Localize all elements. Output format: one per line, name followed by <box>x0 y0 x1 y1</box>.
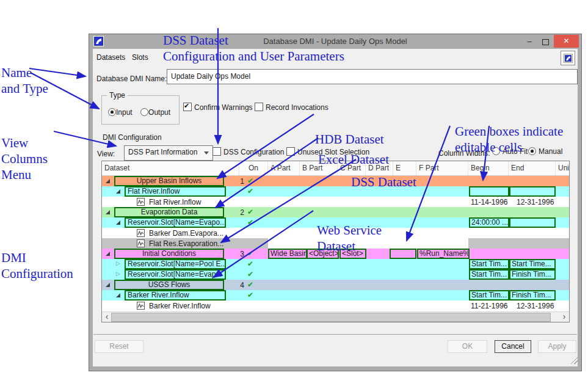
editable-begin-cell[interactable]: Start Tim... <box>469 259 509 269</box>
radio-input-circle[interactable] <box>108 108 116 116</box>
editable-part-cell[interactable]: Wide Basin <box>268 249 307 259</box>
expanded-toggle-icon[interactable] <box>106 283 110 287</box>
apply-button[interactable]: Apply <box>538 340 576 353</box>
editable-end-cell[interactable] <box>509 186 556 197</box>
view-select[interactable]: DSS Part Information <box>124 145 213 161</box>
type-legend: Type <box>107 91 128 100</box>
dataset-label[interactable]: Flat River.Inflow <box>149 198 201 206</box>
dataset-label[interactable]: Flat Res.Evaporation... <box>149 239 223 248</box>
begin-date-text: 11-14-1996 <box>471 198 508 206</box>
editable-begin-cell[interactable] <box>469 186 509 197</box>
cancel-button[interactable]: Cancel <box>495 340 531 353</box>
annotation-dmi-configuration: DMIConfiguration <box>1 218 73 313</box>
expanded-toggle-icon[interactable] <box>116 293 120 297</box>
radio-output[interactable]: Output <box>140 108 170 117</box>
dmi-configuration-section-label: DMI Configuration <box>103 133 162 142</box>
dataset-label-box[interactable]: Upper Basin Inflows <box>114 176 224 186</box>
dataset-number: 1 <box>237 177 244 186</box>
column-header-on[interactable]: On <box>239 161 268 175</box>
expanded-toggle-icon[interactable] <box>106 210 110 214</box>
editable-end-cell[interactable]: Finish Tim... <box>509 269 556 280</box>
begin-date-text: 11-21-1996 <box>471 302 508 310</box>
editable-begin-cell[interactable]: 24:00:00 ... <box>469 217 509 228</box>
riverware-small-icon <box>564 54 573 63</box>
expanded-toggle-icon[interactable] <box>106 252 110 256</box>
dataset-label-box[interactable]: USGS Flows <box>114 280 224 290</box>
series-slot-icon <box>137 229 145 237</box>
on-checkmark-icon[interactable]: ✔ <box>247 260 253 268</box>
editable-end-cell[interactable] <box>509 217 556 228</box>
annotation-dss-dataset-configuration: DSS DatasetConfiguration and User Parame… <box>163 1 344 96</box>
series-slot-icon <box>137 198 145 206</box>
column-header-a-part[interactable]: A Part <box>268 161 300 175</box>
end-date-text: 12-31-1996 <box>517 302 554 310</box>
on-checkmark-icon[interactable]: ✔ <box>247 218 253 227</box>
screenshot-canvas: DSS DatasetConfiguration and User Parame… <box>0 0 588 375</box>
maximize-button[interactable] <box>539 36 552 47</box>
expanded-toggle-icon[interactable] <box>116 220 120 225</box>
dataset-label[interactable]: Barker Dam.Evapora... <box>149 229 223 238</box>
dmi-name-label: Database DMI Name: <box>96 75 167 83</box>
on-checkmark-icon[interactable]: ✔ <box>247 208 253 216</box>
editable-begin-cell[interactable]: Start Tim... <box>469 290 509 300</box>
annotation-view-columns-menu: ViewColumnsMenu <box>1 103 48 214</box>
dataset-number: 4 <box>237 281 244 289</box>
dataset-number: 3 <box>237 250 244 258</box>
table-row[interactable]: Barker River.Inflow11-21-199612-31-1996 <box>102 300 569 311</box>
scroll-right-arrow[interactable]: › <box>560 312 568 322</box>
dataset-number: 2 <box>237 208 244 217</box>
collapsed-toggle-icon[interactable]: ▷ <box>116 271 120 277</box>
expanded-toggle-icon[interactable] <box>106 179 110 183</box>
close-button[interactable]: ✕ <box>554 35 579 48</box>
record-invocations-box[interactable] <box>255 103 263 111</box>
resize-grip[interactable] <box>570 357 578 364</box>
collapsed-toggle-icon[interactable]: ▷ <box>116 260 120 266</box>
on-checkmark-icon[interactable]: ✔ <box>247 280 253 289</box>
selection-highlight <box>468 238 569 249</box>
dataset-label-box[interactable]: Initial Conditions <box>114 249 224 259</box>
unused-slot-selection-box[interactable] <box>286 147 295 156</box>
editable-part-cell[interactable]: %Run_Name% <box>417 249 470 259</box>
confirm-warnings-box[interactable] <box>183 103 192 111</box>
on-checkmark-icon[interactable]: ✔ <box>247 270 253 279</box>
column-header-dataset[interactable]: Dataset <box>102 161 239 175</box>
on-checkmark-icon[interactable]: ✔ <box>247 291 253 299</box>
radio-input[interactable]: Input <box>108 108 132 117</box>
editable-end-cell[interactable]: Finish Tim... <box>509 290 556 300</box>
on-checkmark-icon[interactable]: ✔ <box>247 177 253 185</box>
dataset-label[interactable]: Barker River.Inflow <box>149 302 211 310</box>
view-select-value: DSS Part Information <box>128 148 197 156</box>
dataset-label-box[interactable]: Flat River.Inflow <box>125 186 226 197</box>
dmi-toolbar-button[interactable] <box>561 51 575 65</box>
dss-configuration-box[interactable] <box>212 147 221 156</box>
scrollbar-thumb[interactable] <box>111 313 551 322</box>
dss-configuration-checkbox[interactable]: DSS Configuration <box>212 147 284 156</box>
button-separator <box>93 334 577 335</box>
radio-output-circle[interactable] <box>140 108 148 116</box>
horizontal-scrollbar[interactable]: ‹ › <box>102 311 569 322</box>
editable-end-cell[interactable]: Start Time... <box>509 259 556 269</box>
reset-button[interactable]: Reset <box>95 340 143 353</box>
dataset-label-box[interactable]: Evaporation Data <box>114 207 224 217</box>
chevron-down-icon <box>204 151 209 155</box>
expanded-toggle-icon[interactable] <box>116 189 120 194</box>
scroll-left-arrow[interactable]: ‹ <box>103 312 111 322</box>
menu-item-slots[interactable]: Slots <box>132 53 148 62</box>
confirm-warnings-checkbox[interactable]: Confirm Warnings <box>183 103 253 112</box>
on-checkmark-icon[interactable]: ✔ <box>247 249 253 258</box>
menu-item-datasets[interactable]: Datasets <box>96 53 125 62</box>
editable-part-cell[interactable] <box>390 249 416 259</box>
on-checkmark-icon[interactable]: ✔ <box>247 187 253 195</box>
dataset-label-box[interactable]: Reservoir.Slot[Name=Pool E... <box>125 259 226 269</box>
table-row[interactable]: Barker River.Inflow✔Start Tim...Finish T… <box>102 290 569 300</box>
annotation-green-boxes: Green boxes indicateeditable cells <box>455 92 563 187</box>
dataset-label-box[interactable]: Barker River.Inflow <box>125 290 226 300</box>
dataset-label-box[interactable]: Reservoir.Slot[Name=Evap... <box>125 269 226 280</box>
series-slot-icon <box>137 302 145 310</box>
minimize-button[interactable]: – <box>523 36 536 47</box>
end-date-text: 12-31-1996 <box>517 198 554 206</box>
dataset-label-box[interactable]: Reservoir.Slot[Name=Evapo... <box>125 217 226 228</box>
ok-button[interactable]: OK <box>448 340 487 353</box>
editable-begin-cell[interactable]: Start Tim... <box>469 269 509 280</box>
type-groupbox: Type Input Output <box>101 95 180 125</box>
